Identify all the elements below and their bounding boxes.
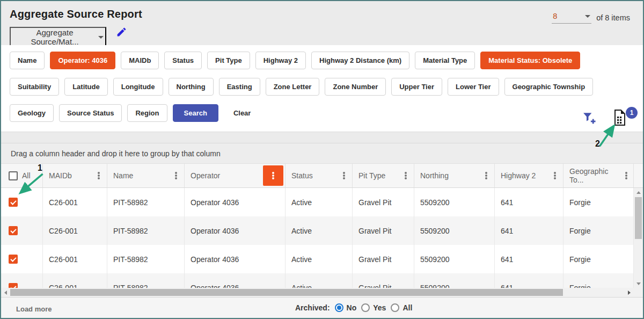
row-checkbox[interactable] [9,255,18,264]
load-more-button[interactable]: Load more [16,305,52,313]
filter-chip-suitability[interactable]: Suitability [10,78,59,96]
column-menu-icon[interactable] [547,165,563,186]
arrow-right-icon [628,291,631,295]
cell-name: PIT-58982 [107,273,185,288]
app-header: Aggregate Source Report Aggregate Source… [1,1,643,44]
column-header-pit-type[interactable]: Pit Type [353,164,414,187]
column-menu-icon-active[interactable] [263,165,283,186]
filter-chip-easting[interactable]: Easting [219,78,260,96]
report-type-value: Aggregate Source/Mat... [11,28,98,46]
column-label: Northing [420,171,449,180]
cell-maidb: C26-001 [43,273,107,288]
column-label: Geographic To... [569,167,619,184]
vertical-dots-icon [405,175,407,177]
column-menu-icon[interactable] [478,165,494,186]
cell-geographic-township: Forgie [564,216,634,245]
filter-row-3: Geology Source Status Region Search Clea… [10,104,634,122]
archived-label: Archived: [295,303,330,312]
column-menu-icon[interactable] [619,165,633,186]
filter-chip-longitude[interactable]: Longitude [113,78,163,96]
column-menu-icon[interactable] [336,165,352,186]
column-header-operator[interactable]: Operator [185,164,286,187]
column-header-geographic-township[interactable]: Geographic To... [564,164,634,187]
cell-operator: Operator 4036 [185,273,286,288]
filter-chip-latitude[interactable]: Latitude [64,78,108,96]
filter-chip-northing[interactable]: Northing [169,78,214,96]
archived-option-yes[interactable]: Yes [361,303,386,312]
column-menu-icon[interactable] [91,165,107,186]
radio-icon [391,303,399,312]
cell-operator: Operator 4036 [185,245,286,273]
vertical-dots-icon [98,175,100,177]
group-hint-text: Drag a column header and drop it here to… [11,149,221,158]
filter-chip-highway-2-distance[interactable]: Highway 2 Distance (km) [311,52,409,69]
horizontal-scroll-thumb[interactable] [10,289,563,296]
clear-button[interactable]: Clear [225,104,259,122]
filter-chip-geology[interactable]: Geology [10,104,54,122]
arrow-left-icon [4,291,7,295]
export-report-button[interactable] [613,110,626,127]
table-row[interactable]: C26-001 PIT-58982 Operator 4036 Active G… [1,188,634,216]
filter-chip-status[interactable]: Status [164,52,202,69]
filter-chip-upper-tier[interactable]: Upper Tier [391,78,442,96]
column-label: MAIDb [49,171,72,180]
vertical-dots-icon [554,175,556,177]
column-label: Operator [191,171,220,180]
filter-chip-region[interactable]: Region [127,104,167,122]
row-checkbox[interactable] [9,226,18,235]
archived-option-all[interactable]: All [391,303,412,312]
aggregate-source-report-window: Aggregate Source Report Aggregate Source… [0,0,644,319]
column-header-northing[interactable]: Northing [414,164,495,187]
page-size-select[interactable]: 8 [552,12,591,24]
filter-chip-lower-tier[interactable]: Lower Tier [448,78,499,96]
filter-chip-zone-letter[interactable]: Zone Letter [266,78,320,96]
scroll-down-button[interactable] [634,279,643,288]
add-filter-button[interactable] [583,112,596,126]
export-document-icon [613,110,626,126]
archived-option-no[interactable]: No [335,303,357,312]
edit-report-button[interactable] [116,26,127,39]
table-row[interactable]: C26-001 PIT-58982 Operator 4036 Active G… [1,216,634,245]
table-row[interactable]: C26-001 PIT-58982 Operator 4036 Active G… [1,273,634,288]
filter-chip-highway-2[interactable]: Highway 2 [255,52,306,69]
cell-highway-2: 641 [495,245,564,273]
cell-highway-2: 641 [495,188,564,216]
filter-chip-operator[interactable]: Operator: 4036 [50,52,115,69]
scroll-left-button[interactable] [1,288,10,297]
cell-operator: Operator 4036 [185,216,286,245]
column-menu-icon[interactable] [168,165,184,186]
group-by-drop-zone[interactable]: Drag a column header and drop it here to… [1,143,643,164]
cell-name: PIT-58982 [107,188,185,216]
row-checkbox[interactable] [9,283,18,288]
filter-chip-source-status[interactable]: Source Status [59,104,122,122]
archived-filter-group: Archived: No Yes All [295,303,412,312]
row-checkbox[interactable] [9,198,18,207]
radio-label: Yes [373,303,386,312]
select-all-checkbox[interactable] [9,171,18,180]
cell-status: Active [286,245,353,273]
column-label: Name [113,171,133,180]
search-button[interactable]: Search [173,104,218,122]
filter-chip-material-status[interactable]: Material Status: Obsolete [480,52,580,69]
column-header-name[interactable]: Name [107,164,185,187]
vertical-scroll-thumb[interactable] [635,197,642,239]
filter-chip-pit-type[interactable]: Pit Type [207,52,250,69]
vertical-scrollbar[interactable] [634,188,643,288]
filter-chip-geographic-township[interactable]: Geographic Township [504,78,594,96]
column-header-highway-2[interactable]: Highway 2 [495,164,564,187]
vertical-dots-icon [175,175,177,177]
horizontal-scrollbar[interactable] [1,288,634,297]
column-header-status[interactable]: Status [286,164,353,187]
pencil-icon [116,26,127,38]
page-size-value: 8 [553,12,557,20]
filter-chip-maidb[interactable]: MAIDb [121,52,159,69]
column-menu-icon[interactable] [398,165,414,186]
filter-chip-name[interactable]: Name [10,52,45,69]
filter-chip-zone-number[interactable]: Zone Number [325,78,386,96]
scroll-up-button[interactable] [634,188,643,197]
column-header-maidb[interactable]: MAIDb [43,164,107,187]
scroll-right-button[interactable] [625,288,634,297]
radio-label: All [402,303,412,312]
table-row[interactable]: C26-001 PIT-58982 Operator 4036 Active G… [1,245,634,273]
filter-chip-material-type[interactable]: Material Type [415,52,475,69]
